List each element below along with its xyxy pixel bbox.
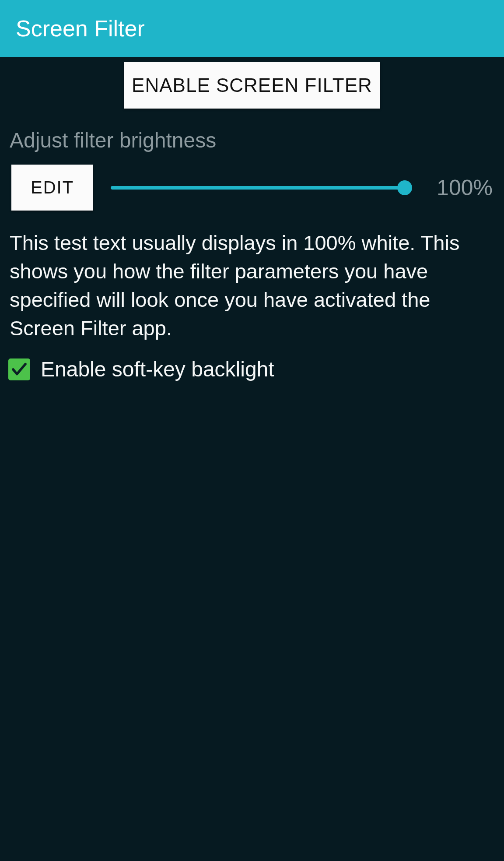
enable-screen-filter-button[interactable]: ENABLE SCREEN FILTER bbox=[124, 62, 380, 109]
brightness-slider[interactable] bbox=[111, 179, 411, 197]
brightness-controls: EDIT 100% bbox=[0, 165, 504, 211]
enable-button-container: ENABLE SCREEN FILTER bbox=[0, 57, 504, 128]
description-text: This test text usually displays in 100% … bbox=[0, 211, 504, 357]
checkmark-icon bbox=[10, 360, 28, 379]
slider-thumb[interactable] bbox=[397, 180, 412, 195]
softkey-checkbox-row[interactable]: Enable soft-key backlight bbox=[0, 357, 504, 381]
softkey-checkbox[interactable] bbox=[8, 358, 30, 380]
edit-button[interactable]: EDIT bbox=[11, 165, 93, 211]
app-title: Screen Filter bbox=[16, 15, 145, 42]
main-content: ENABLE SCREEN FILTER Adjust filter brigh… bbox=[0, 57, 504, 381]
softkey-checkbox-label: Enable soft-key backlight bbox=[41, 357, 274, 381]
brightness-percent-label: 100% bbox=[429, 175, 493, 200]
slider-track bbox=[111, 186, 411, 190]
brightness-section-label: Adjust filter brightness bbox=[0, 128, 504, 165]
app-header: Screen Filter bbox=[0, 0, 504, 57]
